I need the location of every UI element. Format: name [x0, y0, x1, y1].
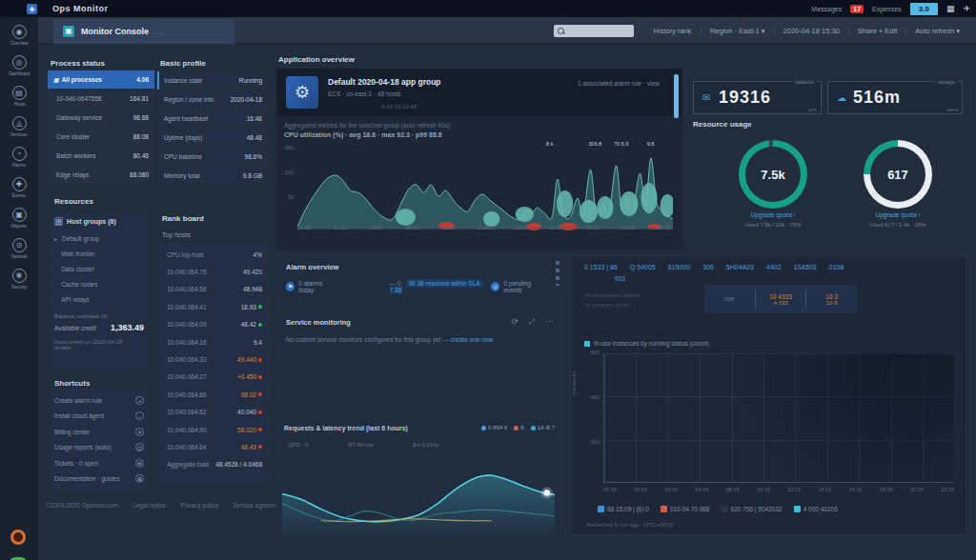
stat-box-balance[interactable]: balance ✉ 19316 pcs: [693, 81, 822, 114]
main-chart[interactable]: 15010050 8 k306.870 6.99.8 16:0017:0018:…: [282, 143, 675, 244]
shortcut-row[interactable]: Billing center ¥: [54, 424, 144, 440]
legend-chip[interactable]: 620 756 | 5042032: [722, 506, 783, 512]
trend-legend-item[interactable]: 8: [514, 425, 523, 430]
metric-tab[interactable]: 0 1533 | 86: [584, 264, 618, 270]
rank-row[interactable]: 10.040.064.09 48.42: [167, 316, 262, 333]
legend-chip[interactable]: 010 04 70 988: [661, 506, 710, 512]
usage-grid-chart[interactable]: [603, 353, 954, 483]
rank-row[interactable]: Aggregate load 48.4528 / 4.0468: [167, 456, 262, 473]
rank-row[interactable]: 10.040.064.90 58.020: [167, 421, 262, 438]
console-tab[interactable]: ▣ Monitor Console …: [53, 19, 234, 44]
toolbar-control[interactable]: Auto refresh ▾: [905, 27, 968, 35]
sidebar-item[interactable]: ✚ Events: [0, 177, 38, 207]
resource-group-item[interactable]: ◦ Web frontier: [54, 246, 144, 261]
search-box[interactable]: [554, 25, 634, 37]
footer-link[interactable]: Privacy policy: [180, 502, 218, 509]
more-icon[interactable]: ⋯: [545, 317, 553, 327]
rank-row[interactable]: 10.040.064.18 9.4: [167, 333, 262, 350]
trend-chart-svg[interactable]: [282, 457, 555, 539]
sidebar-item[interactable]: ◉ Overview: [0, 25, 38, 54]
quota-donut-2[interactable]: 617: [864, 140, 932, 209]
grid-chart-legend[interactable]: In-use instances by running status (coun…: [584, 340, 709, 347]
search-input[interactable]: [564, 28, 625, 34]
metric-tab[interactable]: 4402: [766, 264, 782, 270]
rank-row[interactable]: 10.040.064.86 98.02: [167, 386, 262, 403]
resource-group-item[interactable]: ◦ API relays: [54, 291, 144, 307]
rank-row[interactable]: 10.040.064.58 48.948: [167, 281, 262, 298]
metric-tab[interactable]: 10A503: [794, 264, 817, 270]
shortcut-row[interactable]: Usage reports (auto) ◷: [54, 440, 144, 456]
legend-chip[interactable]: 88 15.09 | (6) 0: [598, 506, 649, 512]
process-row[interactable]: Edge relays 88.080: [48, 166, 154, 184]
metric-tab[interactable]: 5H04A03: [726, 264, 754, 270]
rank-row[interactable]: 10.040.064.27 +0.450: [167, 369, 262, 386]
resource-group-item[interactable]: ◦ Cache nodes: [54, 276, 144, 291]
sidebar-item[interactable]: ◬ Services: [0, 116, 38, 146]
resources-head[interactable]: 田 Host groups (8): [54, 217, 144, 226]
metric-tab[interactable]: Q 54005: [630, 264, 656, 270]
app-logo-icon[interactable]: ◈: [27, 4, 37, 14]
notification-badge[interactable]: 17: [850, 5, 864, 13]
metric-tab[interactable]: 306: [702, 264, 714, 270]
group-gear-icon[interactable]: ⚙: [286, 76, 318, 109]
resource-group-item[interactable]: ◦ Data cluster: [54, 261, 144, 276]
toolbar-control[interactable]: History rank: [645, 27, 701, 35]
grid-apps-icon[interactable]: ▦: [946, 4, 955, 13]
trend-legend-item[interactable]: 0·894 6: [481, 425, 507, 430]
rank-row[interactable]: 10.040.064.64 48.43: [167, 438, 262, 455]
toolbar-control[interactable]: Share + Edit: [848, 27, 905, 35]
shortcut-row[interactable]: Documentation · guides ⊞: [54, 471, 144, 488]
shortcut-label: Documentation · guides: [54, 475, 120, 482]
footer-link[interactable]: Legal notice: [132, 502, 166, 509]
send-icon[interactable]: ✈: [963, 4, 970, 13]
rank-row[interactable]: 10.040.064.33 49.440: [167, 350, 262, 368]
upgrade-quota-link-1[interactable]: Upgrade quota ›: [706, 211, 840, 218]
sidebar-item[interactable]: ▤ Hosts: [0, 86, 38, 115]
process-row[interactable]: ▦All processes 4.06: [48, 70, 154, 89]
version-button[interactable]: 3.0: [910, 3, 938, 15]
rank-row[interactable]: CPU top host 4%: [167, 246, 262, 263]
balance-note[interactable]: Auto-renew on 2020-04-18 · details: [54, 339, 144, 350]
sidebar-item[interactable]: ◎ Dashboard: [0, 55, 38, 85]
carousel-scrollbar[interactable]: [674, 74, 679, 118]
toolbar-control[interactable]: Region · East-1 ▾: [701, 27, 774, 35]
shortcut-row[interactable]: Create alarm rule +: [54, 392, 144, 409]
alarm-count[interactable]: 0 alarms today: [298, 280, 336, 293]
rank-row[interactable]: 10.040.064.75 49.420: [167, 263, 262, 280]
tab-overflow-icon[interactable]: …: [155, 28, 163, 36]
alarm-rule-note[interactable]: 1 associated alarm rule · view: [578, 80, 660, 87]
footer-link[interactable]: ©2009-2020 Opsmon.com: [46, 502, 118, 509]
legend-chip[interactable]: 4 000 40205: [794, 506, 838, 512]
sidebar-item[interactable]: ▣ Reports: [0, 208, 38, 237]
metric-tab-sub[interactable]: 003: [615, 275, 625, 282]
expand-icon[interactable]: ⤢: [529, 317, 535, 327]
upgrade-quota-link-2[interactable]: Upgrade quota ›: [831, 211, 965, 218]
metric-tab[interactable]: 0108: [829, 264, 844, 270]
rank-row[interactable]: 10.040.064.52 40.040: [167, 404, 262, 421]
shortcut-row[interactable]: Install cloud agent ↓: [54, 409, 144, 425]
rank-row[interactable]: 10.040.064.41 18.93: [167, 298, 262, 315]
sidebar-item[interactable]: ⊙ Network: [0, 238, 38, 268]
process-row[interactable]: Batch workers 80.48: [48, 147, 154, 165]
quota-donut-1[interactable]: 7.5k: [739, 140, 807, 209]
group-title[interactable]: Default 2020-04-18 app group: [328, 77, 441, 87]
refresh-icon[interactable]: ⟳: [512, 317, 518, 327]
metric-tab[interactable]: 815000: [668, 264, 690, 270]
alert-ring-icon[interactable]: [10, 530, 26, 545]
shortcut-row[interactable]: Tickets · 0 open ✉: [54, 455, 144, 471]
process-row[interactable]: 10-040-0647558 164.81: [48, 90, 154, 108]
topbar-expenses-link[interactable]: Expenses: [872, 6, 902, 12]
toolbar-control[interactable]: 2020-04-18 15:30: [774, 27, 848, 35]
process-row[interactable]: Gateway service 98.68: [48, 109, 154, 127]
resource-group-item[interactable]: ▸ Default group: [54, 230, 144, 246]
alarm-pending[interactable]: ◎0 pending events: [491, 280, 547, 293]
status-dot: [258, 445, 262, 449]
trend-legend-item[interactable]: 1A·B 7: [531, 425, 555, 430]
stat-box-storage[interactable]: storage ☁ 516m used: [827, 81, 963, 114]
panel-scroll-dots[interactable]: [556, 261, 559, 286]
topbar-messages-link[interactable]: Messages: [811, 6, 842, 12]
sidebar-item[interactable]: ◔ Alarms: [0, 147, 38, 176]
create-monitor-link[interactable]: create one now: [451, 336, 493, 343]
process-row[interactable]: Core cluster 88.08: [48, 128, 154, 146]
sidebar-item[interactable]: ❋ Security: [0, 269, 38, 298]
